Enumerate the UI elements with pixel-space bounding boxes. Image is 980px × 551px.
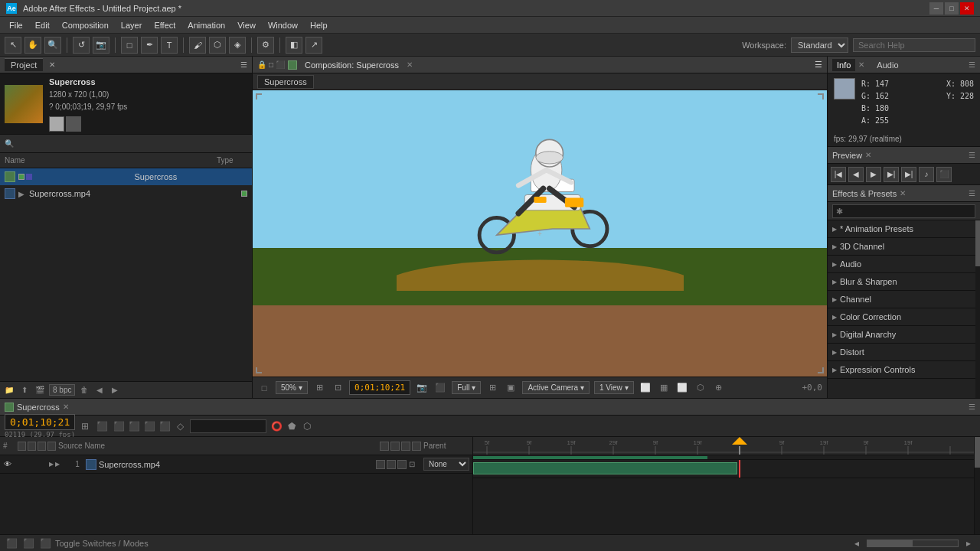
clone-tool[interactable]: ⬡ — [209, 37, 226, 54]
effects-tab-label[interactable]: Effects & Presets — [832, 189, 897, 198]
switch-motion-blur[interactable] — [390, 442, 400, 451]
menu-composition[interactable]: Composition — [56, 19, 115, 31]
viewer-toggle-icon[interactable]: □ — [257, 381, 271, 395]
layer-name[interactable]: Supercross.mp4 — [99, 460, 374, 469]
timeline-tab-label[interactable]: Supercross — [17, 403, 60, 412]
layer-switch-1[interactable] — [376, 460, 385, 469]
menu-effect[interactable]: Effect — [148, 19, 181, 31]
effects-tab-close[interactable]: ✕ — [900, 189, 906, 197]
pen-tool[interactable]: ✒ — [141, 37, 158, 54]
layer-parent-icon[interactable]: ⊡ — [409, 460, 421, 468]
tl-render-icon[interactable]: ⬡ — [300, 419, 314, 433]
rotation-tool[interactable]: ↺ — [73, 37, 90, 54]
switch-3d[interactable] — [412, 442, 421, 451]
switch-audio[interactable] — [28, 442, 36, 451]
camera-tool[interactable]: 📷 — [93, 37, 109, 54]
channel-header[interactable]: ▶ Channel — [828, 291, 975, 308]
audio-tab[interactable]: Audio — [872, 59, 903, 71]
audio-toggle-btn[interactable]: ♪ — [919, 167, 934, 182]
viewer-pixels-icon[interactable]: ⊡ — [331, 381, 345, 395]
text-tool[interactable]: T — [161, 37, 178, 54]
menu-animation[interactable]: Animation — [181, 19, 231, 31]
align-tool[interactable]: ◧ — [286, 37, 302, 54]
switch-adjust[interactable] — [401, 442, 410, 451]
preview-panel-menu[interactable]: ☰ — [969, 151, 975, 159]
maximize-button[interactable]: □ — [945, 2, 959, 15]
eraser-tool[interactable]: ◈ — [229, 37, 246, 54]
effects-panel-menu[interactable]: ☰ — [969, 189, 975, 197]
project-tab-close[interactable]: ✕ — [49, 60, 55, 69]
tl-flow-btn[interactable]: ⬛ — [38, 536, 52, 550]
info-panel-menu[interactable]: ☰ — [969, 60, 975, 69]
switch-fx[interactable] — [380, 442, 389, 451]
quality-select-btn[interactable]: Full ▾ — [452, 381, 481, 394]
preview-tab-close[interactable]: ✕ — [865, 151, 871, 159]
workspace-select[interactable]: Standard — [791, 37, 848, 53]
tl-graph-icon[interactable]: ⬛ — [95, 419, 109, 433]
info-tab[interactable]: Info — [832, 59, 855, 71]
layer-bar-1[interactable] — [473, 462, 737, 474]
effects-scrollbar[interactable] — [975, 220, 980, 398]
viewer-3d-icon[interactable]: ⬡ — [694, 381, 707, 395]
viewer-resolution-icon[interactable]: ⊞ — [485, 381, 499, 395]
trash-icon[interactable]: 🗑 — [78, 384, 90, 396]
file-item-supercross-mp4[interactable]: ▶ Supercross.mp4 — [0, 185, 252, 202]
ram-preview-btn[interactable]: ⬛ — [936, 167, 952, 182]
layer-visibility-icon[interactable]: 👁 — [3, 460, 12, 469]
expression-controls-header[interactable]: ▶ Expression Controls — [828, 361, 975, 378]
blur-sharpen-header[interactable]: ▶ Blur & Sharpen — [828, 273, 975, 290]
toggle-switches-label[interactable]: Toggle Switches / Modes — [55, 539, 149, 548]
tl-flow-icon[interactable]: ⭕ — [270, 419, 283, 433]
switch-lock[interactable] — [47, 442, 56, 451]
brush-tool[interactable]: 🖌 — [189, 37, 206, 54]
selection-tool[interactable]: ↖ — [5, 37, 21, 54]
viewer-color-icon[interactable]: ⬛ — [433, 381, 447, 395]
menu-view[interactable]: View — [231, 19, 262, 31]
close-button[interactable]: ✕ — [960, 2, 974, 15]
tl-zoom-in-icon[interactable]: ▸ — [962, 536, 975, 550]
puppet-tool[interactable]: ⚙ — [257, 37, 274, 54]
distort-header[interactable]: ▶ Distort — [828, 344, 975, 360]
effects-search-input[interactable] — [832, 204, 975, 218]
layer-parent-select[interactable]: None — [423, 458, 469, 471]
tl-new-icon[interactable]: ⬛ — [112, 419, 126, 433]
file-item-supercross-comp[interactable]: Supercross — [0, 168, 252, 185]
project-search-input[interactable] — [17, 139, 247, 148]
new-comp-icon[interactable]: 🎬 — [34, 384, 46, 396]
rect-mask-tool[interactable]: □ — [121, 37, 138, 54]
viewer-snap-icon[interactable]: ⊕ — [712, 381, 726, 395]
timeline-panel-menu[interactable]: ☰ — [969, 403, 975, 411]
playhead[interactable] — [739, 460, 740, 478]
timeline-scrollbar[interactable] — [974, 437, 980, 534]
preview-tab-label[interactable]: Preview — [832, 151, 862, 160]
switch-eye[interactable] — [18, 442, 26, 451]
viewer-guide-icon[interactable]: ⬜ — [639, 381, 652, 395]
viewer-transparency-icon[interactable]: ▣ — [504, 381, 518, 395]
tl-keyframe-icon[interactable]: ◇ — [173, 419, 187, 433]
step-back-btn[interactable]: ◀ — [848, 167, 864, 182]
goto-last-frame-btn[interactable]: ▶| — [901, 167, 916, 182]
viewer-tab[interactable]: Supercross — [257, 75, 314, 89]
digital-anarchy-header[interactable]: ▶ Digital Anarchy — [828, 326, 975, 343]
tl-toggle-icon[interactable]: ⊞ — [78, 419, 92, 433]
tl-mask-icon[interactable]: ⬛ — [158, 419, 172, 433]
new-folder-icon[interactable]: 📁 — [3, 384, 15, 396]
viewer-safe-zones-icon[interactable]: ⬜ — [675, 381, 689, 395]
switch-solo[interactable] — [38, 442, 46, 451]
layer-switch-3[interactable] — [397, 460, 407, 469]
zoom-tool[interactable]: 🔍 — [44, 37, 61, 54]
nav-back-icon[interactable]: ◀ — [93, 384, 106, 396]
menu-help[interactable]: Help — [304, 19, 334, 31]
layer-twirl-icon[interactable]: ▶ — [55, 461, 60, 468]
project-panel-menu[interactable]: ☰ — [240, 60, 247, 69]
viewer-camera-icon[interactable]: 📷 — [415, 381, 429, 395]
goto-first-frame-btn[interactable]: |◀ — [831, 167, 846, 182]
hand-tool[interactable]: ✋ — [24, 37, 41, 54]
menu-file[interactable]: File — [3, 19, 29, 31]
zoom-select-btn[interactable]: 50% ▾ — [276, 381, 308, 394]
timeline-scroll-thumb[interactable] — [975, 437, 980, 468]
layer-expand-icon[interactable]: ▶ — [49, 461, 54, 468]
info-tab-close[interactable]: ✕ — [858, 60, 864, 69]
nav-forward-icon[interactable]: ▶ — [109, 384, 121, 396]
timeline-search-input[interactable] — [190, 419, 266, 433]
